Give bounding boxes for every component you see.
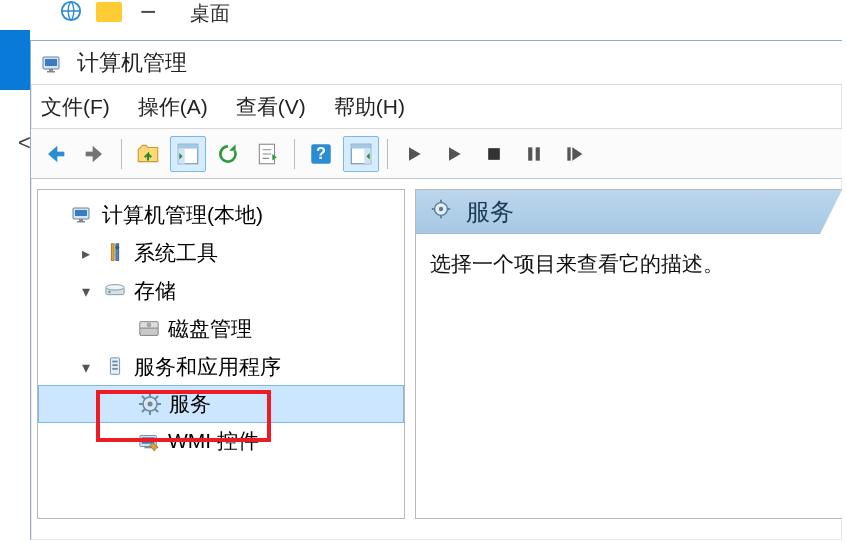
chevron-right-icon[interactable]: ▸ [76, 244, 96, 263]
svg-rect-6 [86, 151, 94, 156]
svg-rect-35 [112, 364, 118, 366]
background-minimize-icon: − [140, 0, 156, 28]
tree-label-disk-mgmt: 磁盘管理 [168, 315, 252, 343]
chevron-down-icon[interactable]: ▾ [76, 358, 96, 377]
svg-line-46 [155, 396, 158, 399]
svg-rect-21 [75, 210, 87, 216]
back-button[interactable] [37, 136, 73, 172]
svg-rect-5 [56, 151, 64, 156]
tree-label-storage: 存储 [134, 277, 176, 305]
tools-icon [102, 240, 128, 266]
menubar: 文件(F) 操作(A) 查看(V) 帮助(H) [31, 85, 842, 129]
svg-rect-23 [77, 221, 85, 223]
background-chevron-left-icon: < [18, 130, 31, 156]
detail-pane: 服务 选择一个项目来查看它的描述。 [415, 189, 842, 519]
svg-rect-14 [351, 144, 371, 148]
menu-help[interactable]: 帮助(H) [334, 93, 405, 121]
tree-node-storage[interactable]: ▾ 存储 [38, 272, 404, 310]
menu-view[interactable]: 查看(V) [236, 93, 306, 121]
disk-mgmt-icon [136, 316, 162, 342]
background-strip [0, 0, 846, 40]
menu-action[interactable]: 操作(A) [138, 93, 208, 121]
chevron-down-icon[interactable]: ▾ [76, 282, 96, 301]
svg-rect-8 [178, 144, 198, 148]
computer-mgmt-icon [70, 202, 96, 228]
background-desktop-label: 桌面 [190, 0, 230, 27]
up-folder-button[interactable] [130, 136, 166, 172]
detail-hint: 选择一个项目来查看它的描述。 [416, 234, 842, 294]
svg-point-38 [148, 402, 153, 407]
services-apps-icon [102, 354, 128, 380]
tree-node-root[interactable]: 计算机管理(本地) [38, 196, 404, 234]
restart-service-button[interactable] [556, 136, 592, 172]
svg-rect-22 [79, 219, 83, 221]
menu-file[interactable]: 文件(F) [41, 93, 110, 121]
stop-service-button[interactable] [476, 136, 512, 172]
tree-node-services[interactable]: 服务 [38, 385, 404, 423]
window-title: 计算机管理 [77, 48, 187, 78]
tree-node-disk-management[interactable]: 磁盘管理 [38, 310, 404, 348]
tree-node-services-apps[interactable]: ▾ 服务和应用程序 [38, 348, 404, 386]
svg-rect-16 [488, 148, 500, 160]
toolbar: ? [31, 129, 842, 179]
svg-rect-19 [567, 147, 570, 160]
svg-rect-18 [536, 147, 540, 160]
svg-point-51 [439, 206, 443, 210]
computer-management-window: 计算机管理 文件(F) 操作(A) 查看(V) 帮助(H) ? [30, 40, 842, 540]
titlebar: 计算机管理 [31, 41, 842, 85]
tree-label-services-apps: 服务和应用程序 [134, 353, 281, 381]
svg-point-26 [115, 246, 119, 250]
svg-rect-3 [49, 69, 53, 71]
show-hide-actionpane-button[interactable] [343, 136, 379, 172]
svg-rect-17 [528, 147, 532, 160]
svg-rect-36 [112, 368, 118, 370]
refresh-button[interactable] [210, 136, 246, 172]
svg-rect-33 [110, 358, 119, 375]
detail-title: 服务 [466, 196, 514, 228]
tree-label-root: 计算机管理(本地) [102, 201, 263, 229]
svg-rect-24 [111, 244, 114, 261]
tree-label-wmi: WMI 控件 [168, 427, 259, 455]
svg-point-28 [106, 285, 124, 291]
tree-label-system-tools: 系统工具 [134, 239, 218, 267]
help-button[interactable]: ? [303, 136, 339, 172]
tree-node-system-tools[interactable]: ▸ 系统工具 [38, 234, 404, 272]
toolbar-separator [121, 139, 122, 169]
svg-line-43 [142, 396, 145, 399]
background-globe-icon [60, 0, 82, 22]
gear-icon [430, 198, 452, 226]
storage-icon [102, 278, 128, 304]
svg-rect-34 [112, 361, 118, 363]
svg-point-29 [108, 291, 110, 293]
pause-service-button[interactable] [516, 136, 552, 172]
gear-icon [137, 391, 163, 417]
start-service-button[interactable] [396, 136, 432, 172]
tree-node-wmi[interactable]: WMI 控件 [38, 422, 404, 460]
export-list-button[interactable] [250, 136, 286, 172]
detail-header: 服务 [416, 190, 842, 234]
toolbar-separator [294, 139, 295, 169]
app-icon [41, 51, 65, 75]
wmi-icon [136, 428, 162, 454]
svg-rect-4 [47, 71, 55, 73]
tree-label-services: 服务 [169, 390, 211, 418]
svg-line-45 [142, 409, 145, 412]
start-service-alt-button[interactable] [436, 136, 472, 172]
background-folder-icon [96, 2, 122, 22]
client-area: 计算机管理(本地) ▸ 系统工具 ▾ 存储 [31, 179, 842, 540]
svg-point-32 [147, 323, 152, 328]
tree-pane: 计算机管理(本地) ▸ 系统工具 ▾ 存储 [37, 189, 405, 519]
forward-button[interactable] [77, 136, 113, 172]
show-hide-tree-button[interactable] [170, 136, 206, 172]
background-blue-bar [0, 30, 30, 90]
toolbar-separator [387, 139, 388, 169]
svg-text:?: ? [316, 144, 326, 162]
svg-rect-2 [45, 59, 57, 66]
svg-line-44 [155, 409, 158, 412]
tree: 计算机管理(本地) ▸ 系统工具 ▾ 存储 [38, 190, 404, 466]
